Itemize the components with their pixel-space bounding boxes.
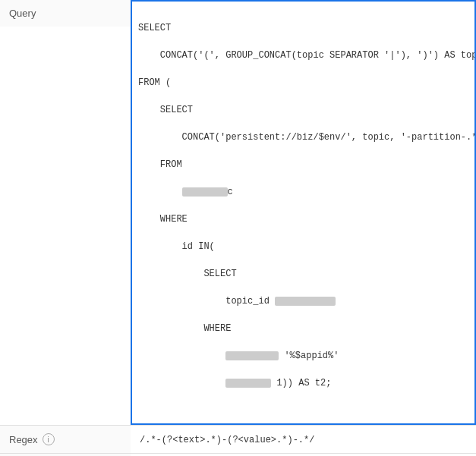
code-line-4: SELECT bbox=[138, 103, 468, 117]
regex-section: Regex i bbox=[0, 426, 476, 454]
query-label: Query bbox=[0, 0, 131, 27]
blurred-1 bbox=[182, 187, 228, 197]
regex-label-text: Regex bbox=[9, 434, 38, 445]
query-label-text: Query bbox=[9, 8, 36, 19]
code-line-8: WHERE bbox=[138, 212, 468, 226]
query-section: Query SELECT CONCAT('(', GROUP_CONCAT(to… bbox=[0, 0, 476, 426]
code-line-5: CONCAT('persistent://biz/$env/', topic, … bbox=[138, 131, 468, 144]
code-line-6: FROM bbox=[138, 158, 468, 171]
code-line-14: 1)) AS t2; bbox=[138, 376, 468, 390]
code-line-7: c bbox=[138, 185, 468, 199]
blurred-3 bbox=[225, 351, 279, 360]
code-line-2: CONCAT('(', GROUP_CONCAT(topic SEPARATOR… bbox=[138, 49, 468, 62]
regex-input[interactable] bbox=[140, 435, 467, 445]
blurred-2 bbox=[275, 297, 336, 306]
blurred-4 bbox=[225, 379, 271, 388]
query-editor[interactable]: SELECT CONCAT('(', GROUP_CONCAT(topic SE… bbox=[131, 0, 476, 425]
regex-label-cell: Regex i bbox=[0, 426, 131, 453]
code-line-3: FROM ( bbox=[138, 76, 468, 90]
regex-info-icon[interactable]: i bbox=[43, 433, 55, 445]
code-line-9: id IN( bbox=[138, 240, 468, 253]
regex-content bbox=[131, 426, 476, 453]
code-line-13: '%$appid%' bbox=[138, 349, 468, 363]
code-line-10: SELECT bbox=[138, 267, 468, 281]
code-line-1: SELECT bbox=[138, 21, 468, 35]
code-line-12: WHERE bbox=[138, 322, 468, 335]
code-line-11: topic_id bbox=[138, 294, 468, 308]
